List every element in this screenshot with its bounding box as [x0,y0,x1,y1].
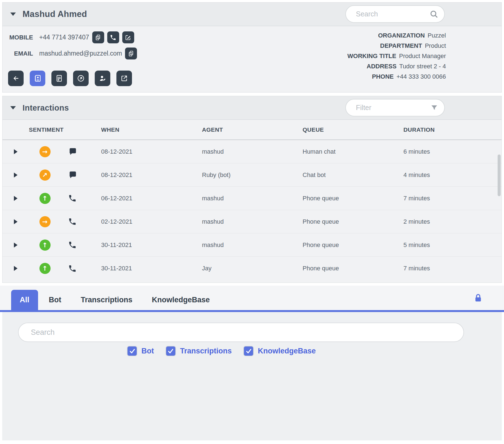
chat-bubble-icon [68,147,78,156]
column-sentiment: SENTIMENT [29,126,101,133]
expand-row-icon[interactable] [14,266,18,271]
back-button[interactable] [8,71,24,86]
when-cell: 30-11-2021 [101,241,202,249]
widget-search-input[interactable] [30,328,455,337]
widget-tab[interactable]: Bot [40,290,70,310]
agent-cell: Ruby (bot) [202,171,303,179]
phone-handset-icon [68,241,77,249]
contact-card-button[interactable] [30,71,45,86]
when-cell: 02-12-2021 [101,218,202,225]
expand-row-icon[interactable] [14,149,18,154]
open-external-button[interactable] [116,71,132,86]
widget-tab-label: Bot [49,296,61,304]
agent-cell: Jay [202,265,303,272]
copy-mobile-button[interactable] [92,31,104,43]
interactions-table-body: → 08-12-2021 mashud Human chat 6 minutes… [3,140,501,280]
collapse-interactions-icon[interactable] [10,106,16,109]
org-info-label: ADDRESS [367,63,397,70]
widget-tab[interactable]: All [11,290,38,310]
checkbox-checked-icon[interactable] [127,346,137,356]
queue-cell: Chat bot [303,171,403,179]
phone-handset-icon [68,217,77,226]
sentiment-badge: → [39,146,51,157]
phone-handset-icon [68,194,77,203]
duration-cell: 7 minutes [403,265,501,272]
widget-search [18,323,464,342]
expand-row-icon[interactable] [14,173,18,178]
duration-cell: 6 minutes [403,148,501,155]
checkbox-checked-icon[interactable] [243,346,254,356]
widget-panel: Bot Transcriptions KnowledgeBase [2,312,502,440]
email-value: mashud.ahmed@puzzel.com [39,50,122,57]
when-cell: 06-12-2021 [101,195,202,202]
org-info-row: PHONE+44 333 300 0066 [347,71,446,82]
org-info-value: Product [425,42,446,49]
interaction-row[interactable]: → 08-12-2021 mashud Human chat 6 minutes [3,140,501,163]
org-info-row: ORGANIZATIONPuzzel [347,30,446,41]
source-filter-checkbox[interactable]: KnowledgeBase [243,346,316,356]
queue-cell: Phone queue [303,218,403,225]
lock-icon[interactable] [473,293,483,303]
arrow-up-right-circle-icon [77,74,85,83]
contact-toolbar [8,71,132,86]
open-interaction-button[interactable] [73,71,89,86]
column-when: WHEN [101,126,202,133]
when-cell: 30-11-2021 [101,265,202,272]
sentiment-badge: → [39,216,51,227]
interaction-row[interactable]: ↑ 06-12-2021 mashud Phone queue 7 minute… [3,187,501,210]
channel-cell [61,194,77,203]
filter-input[interactable] [355,103,430,112]
contact-search [345,5,445,23]
channel-cell [61,147,78,156]
contact-book-icon [33,74,42,83]
org-info-label: DEPARTMENT [380,42,422,49]
org-info-label: ORGANIZATION [378,32,425,39]
widget-tab-label: KnowledgeBase [152,296,210,304]
source-filters: Bot Transcriptions KnowledgeBase [127,346,316,356]
sentiment-badge: ↑ [39,263,51,274]
queue-cell: Human chat [303,148,403,155]
edit-mobile-button[interactable] [122,31,134,43]
interactions-card: Interactions SENTIMENT WHEN AGENT QUEUE … [2,96,502,283]
when-cell: 08-12-2021 [101,171,202,179]
filter-funnel-icon [430,103,439,112]
edit-icon [124,34,132,41]
note-add-icon [55,74,63,83]
sentiment-arrow: ↑ [42,265,48,272]
interaction-row[interactable]: → 02-12-2021 mashud Phone queue 2 minute… [3,210,501,233]
channel-cell [61,170,78,180]
collapse-contact-icon[interactable] [10,13,16,16]
source-filter-label: Bot [141,347,154,355]
edit-contact-button[interactable] [95,71,110,86]
sentiment-badge: ↗ [39,169,51,181]
table-scrollbar[interactable] [498,154,501,196]
expand-row-icon[interactable] [14,243,18,248]
source-filter-checkbox[interactable]: Bot [127,346,154,356]
mobile-label: MOBILE [8,34,33,41]
add-note-button[interactable] [51,71,67,86]
interaction-row[interactable]: ↗ 08-12-2021 Ruby (bot) Chat bot 4 minut… [3,163,501,187]
sentiment-arrow: → [42,218,48,225]
interaction-row[interactable]: ↑ 30-11-2021 mashud Phone queue 5 minute… [3,233,501,257]
column-agent: AGENT [202,126,303,133]
checkbox-checked-icon[interactable] [166,346,176,356]
widget-tab[interactable]: KnowledgeBase [143,290,219,310]
org-info-value: Puzzel [428,32,446,39]
interaction-row[interactable]: ↑ 30-11-2021 Jay Phone queue 7 minutes [3,257,501,280]
agent-cell: mashud [202,148,303,155]
channel-cell [61,217,77,226]
duration-cell: 4 minutes [403,171,501,179]
expand-row-icon[interactable] [14,196,18,201]
widget-tab-label: Transcriptions [81,296,133,304]
org-info-label: WORKING TITLE [347,53,396,59]
source-filter-checkbox[interactable]: Transcriptions [166,346,232,356]
call-mobile-button[interactable] [107,31,119,43]
contact-search-input[interactable] [355,10,429,18]
column-duration: DURATION [403,126,501,133]
copy-email-button[interactable] [125,48,137,59]
search-icon [429,9,439,19]
expand-row-icon[interactable] [14,219,18,224]
agent-cell: mashud [202,195,303,202]
widget-tab[interactable]: Transcriptions [72,290,141,310]
external-link-icon [120,74,128,83]
